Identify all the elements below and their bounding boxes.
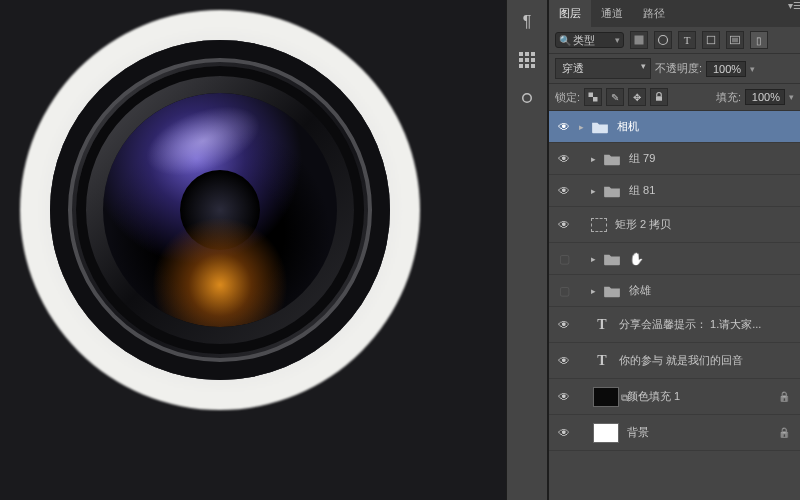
layer-name[interactable]: 相机 — [613, 119, 796, 134]
expand-toggle-icon[interactable]: ▸ — [587, 186, 599, 196]
layer-name[interactable]: 组 81 — [625, 183, 796, 198]
canvas-area[interactable] — [0, 0, 506, 500]
tab-paths[interactable]: 路径 — [633, 0, 675, 27]
folder-icon — [603, 151, 621, 167]
layer-row[interactable]: 👁▸相机 — [549, 111, 800, 143]
hand-cursor-icon: ✋ — [629, 252, 644, 266]
filter-pixel-icon[interactable] — [630, 31, 648, 49]
panel-tabs: 图层 通道 路径 ▾☰ — [549, 0, 800, 27]
layer-row[interactable]: 👁T你的参与 就是我们的回音 — [549, 343, 800, 379]
fill-label: 填充: — [716, 90, 741, 105]
lock-transparency-icon[interactable] — [584, 88, 602, 106]
layer-thumbnail: ⧉ — [593, 387, 619, 407]
svg-rect-1 — [635, 36, 644, 45]
tab-layers[interactable]: 图层 — [549, 0, 591, 27]
visibility-toggle-icon[interactable]: 👁 — [553, 152, 575, 166]
align-grid-icon[interactable] — [515, 48, 539, 72]
filter-toggle-icon[interactable]: ▯ — [750, 31, 768, 49]
lock-position-icon[interactable]: ✥ — [628, 88, 646, 106]
chevron-down-icon: ▾ — [615, 35, 620, 45]
canvas-artwork — [0, 0, 440, 440]
expand-toggle-icon[interactable]: ▸ — [587, 286, 599, 296]
visibility-toggle-icon[interactable]: ▢ — [553, 284, 575, 298]
visibility-toggle-icon[interactable]: 👁 — [553, 390, 575, 404]
layer-list: 👁▸相机👁▸组 79👁▸组 81👁矩形 2 拷贝▢▸✋▢▸徐雄👁T分享会温馨提示… — [549, 111, 800, 451]
svg-point-0 — [525, 96, 529, 100]
blend-row: 穿透 不透明度: 100% ▾ — [549, 54, 800, 84]
filter-shape-icon[interactable] — [702, 31, 720, 49]
visibility-toggle-icon[interactable]: 👁 — [553, 184, 575, 198]
blend-mode-select[interactable]: 穿透 — [555, 58, 651, 79]
svg-rect-7 — [593, 97, 598, 102]
lock-icon: 🔒 — [778, 391, 796, 402]
filter-type-icon[interactable]: T — [678, 31, 696, 49]
layer-name[interactable]: 徐雄 — [625, 283, 796, 298]
expand-toggle-icon[interactable]: ▸ — [587, 154, 599, 164]
svg-point-2 — [659, 36, 668, 45]
folder-icon — [603, 283, 621, 299]
filter-kind-dropdown[interactable]: 🔍 ▾ — [555, 32, 624, 48]
opacity-label: 不透明度: — [655, 61, 702, 76]
layer-row[interactable]: 👁T分享会温馨提示： 1.请大家... — [549, 307, 800, 343]
svg-rect-5 — [732, 38, 738, 43]
layer-row[interactable]: 👁矩形 2 拷贝 — [549, 207, 800, 243]
filter-kind-input[interactable] — [573, 34, 615, 46]
panel-flyout-menu-icon[interactable]: ▾☰ — [788, 0, 800, 27]
layer-name[interactable]: 你的参与 就是我们的回音 — [615, 353, 796, 368]
visibility-toggle-icon[interactable]: 👁 — [553, 426, 575, 440]
lock-row: 锁定: ✎ ✥ 填充: 100% ▾ — [549, 84, 800, 111]
paragraph-panel-icon[interactable]: ¶ — [515, 10, 539, 34]
layer-row[interactable]: 👁▸组 79 — [549, 143, 800, 175]
layer-name[interactable]: 组 79 — [625, 151, 796, 166]
expand-toggle-icon[interactable]: ▸ — [587, 254, 599, 264]
lock-label: 锁定: — [555, 90, 580, 105]
folder-icon — [591, 119, 609, 135]
layer-row[interactable]: 👁⧉颜色填充 1🔒 — [549, 379, 800, 415]
layers-panel: 图层 通道 路径 ▾☰ 🔍 ▾ T ▯ 穿透 不透明度: 100% ▾ 锁定: … — [548, 0, 800, 500]
svg-rect-3 — [707, 36, 715, 44]
opacity-input[interactable]: 100% — [706, 61, 746, 77]
lock-icon: 🔒 — [778, 427, 796, 438]
type-layer-icon: T — [593, 317, 611, 333]
link-icon: ⧉ — [621, 392, 628, 404]
layer-name[interactable]: 矩形 2 拷贝 — [611, 217, 796, 232]
search-icon: 🔍 — [559, 35, 571, 46]
svg-rect-8 — [656, 96, 662, 101]
layer-name[interactable]: 分享会温馨提示： 1.请大家... — [615, 317, 796, 332]
layer-thumbnail — [593, 423, 619, 443]
visibility-toggle-icon[interactable]: ▢ — [553, 252, 575, 266]
chevron-down-icon[interactable]: ▾ — [750, 64, 755, 74]
folder-icon — [603, 183, 621, 199]
svg-rect-6 — [589, 93, 594, 98]
layer-row[interactable]: 👁背景🔒 — [549, 415, 800, 451]
vertical-tool-strip: ¶ — [506, 0, 548, 500]
lock-pixels-icon[interactable]: ✎ — [606, 88, 624, 106]
type-layer-icon: T — [593, 353, 611, 369]
filter-adjust-icon[interactable] — [654, 31, 672, 49]
lock-all-icon[interactable] — [650, 88, 668, 106]
layer-row[interactable]: ▢▸徐雄 — [549, 275, 800, 307]
folder-icon — [603, 251, 621, 267]
libraries-icon[interactable] — [515, 86, 539, 110]
visibility-toggle-icon[interactable]: 👁 — [553, 120, 575, 134]
filter-smart-icon[interactable] — [726, 31, 744, 49]
expand-toggle-icon[interactable]: ▸ — [575, 122, 587, 132]
visibility-toggle-icon[interactable]: 👁 — [553, 354, 575, 368]
layer-row[interactable]: 👁▸组 81 — [549, 175, 800, 207]
visibility-toggle-icon[interactable]: 👁 — [553, 218, 575, 232]
layer-name[interactable]: 背景 — [623, 425, 778, 440]
shape-icon — [591, 218, 607, 232]
chevron-down-icon[interactable]: ▾ — [789, 92, 794, 102]
layer-name[interactable]: 颜色填充 1 — [623, 389, 778, 404]
layer-filter-row: 🔍 ▾ T ▯ — [549, 27, 800, 54]
visibility-toggle-icon[interactable]: 👁 — [553, 318, 575, 332]
fill-input[interactable]: 100% — [745, 89, 785, 105]
tab-channels[interactable]: 通道 — [591, 0, 633, 27]
layer-row[interactable]: ▢▸✋ — [549, 243, 800, 275]
